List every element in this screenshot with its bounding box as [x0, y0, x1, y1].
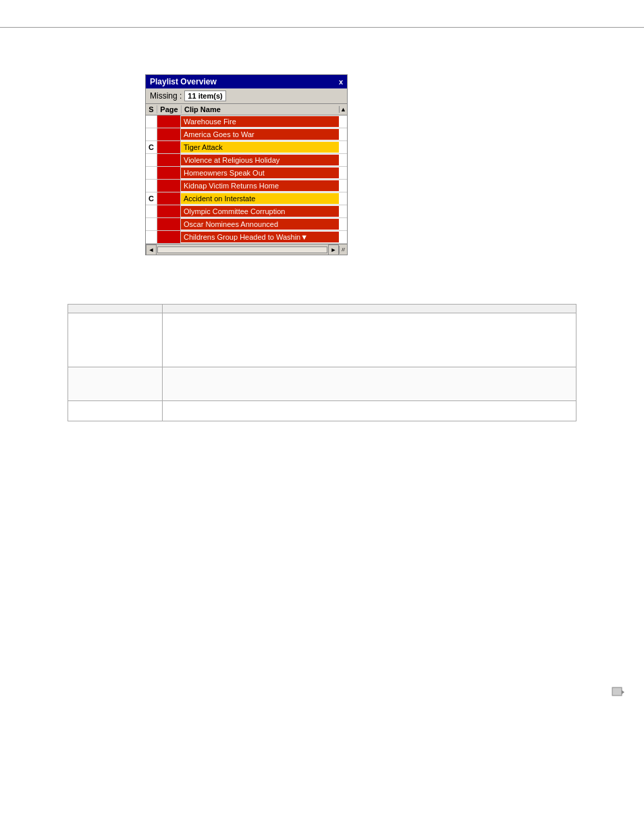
- table-cell: [163, 401, 576, 421]
- list-item[interactable]: Warehouse Fire: [146, 115, 347, 128]
- missing-badge: 11 item(s): [184, 90, 225, 101]
- info-table: [68, 304, 576, 421]
- list-item[interactable]: Childrens Group Headed to Washin▼: [146, 231, 347, 244]
- table-cell: [163, 313, 576, 367]
- item-page-6: [157, 192, 181, 205]
- playlist-header-row: S Page Clip Name ▲: [146, 103, 347, 115]
- item-s-2: C: [146, 143, 157, 151]
- playlist-title: Playlist Overview: [150, 77, 217, 86]
- table-col2-header: [163, 305, 576, 313]
- table-col1-header: [68, 305, 163, 313]
- list-item[interactable]: Olympic Committee Corruption: [146, 205, 347, 218]
- header-s: S: [146, 105, 157, 113]
- list-item[interactable]: Violence at Religious Holiday: [146, 154, 347, 167]
- list-item[interactable]: Oscar Nominees Announced: [146, 218, 347, 231]
- list-item[interactable]: C Tiger Attack: [146, 141, 347, 154]
- header-page: Page: [157, 105, 181, 113]
- list-item[interactable]: Homeowners Speak Out: [146, 167, 347, 180]
- list-item[interactable]: America Goes to War: [146, 128, 347, 141]
- close-icon[interactable]: x: [339, 78, 343, 86]
- item-name-0: Warehouse Fire: [181, 116, 339, 127]
- top-rule: [0, 27, 644, 28]
- playlist-titlebar: Playlist Overview x: [146, 75, 347, 88]
- item-name-6: Accident on Interstate: [181, 193, 339, 204]
- item-name-8: Oscar Nominees Announced: [181, 219, 339, 230]
- list-item[interactable]: Kidnap Victim Returns Home: [146, 180, 347, 192]
- playlist-bottom-bar: ◄ ► //: [146, 244, 347, 255]
- item-name-5: Kidnap Victim Returns Home: [181, 180, 339, 191]
- scroll-right-button[interactable]: ►: [328, 244, 339, 255]
- item-page-8: [157, 218, 181, 230]
- table-row: [68, 313, 576, 367]
- svg-rect-0: [612, 687, 622, 696]
- item-page-9: [157, 231, 181, 243]
- playlist-widget: Playlist Overview x Missing : 11 item(s)…: [145, 74, 348, 255]
- item-name-3: Violence at Religious Holiday: [181, 155, 339, 165]
- scroll-up-button[interactable]: ▲: [339, 106, 347, 113]
- item-page-0: [157, 115, 181, 128]
- item-page-1: [157, 128, 181, 140]
- item-name-4: Homeowners Speak Out: [181, 167, 339, 178]
- svg-marker-1: [622, 690, 624, 694]
- item-name-2: Tiger Attack: [181, 142, 339, 153]
- table-cell: [68, 401, 163, 421]
- item-page-2: [157, 141, 181, 153]
- item-page-5: [157, 180, 181, 192]
- horizontal-scrollbar[interactable]: [157, 246, 327, 253]
- playlist-missing-row: Missing : 11 item(s): [146, 88, 347, 103]
- table-header-row: [68, 305, 576, 313]
- list-item[interactable]: C Accident on Interstate: [146, 192, 347, 205]
- item-name-1: America Goes to War: [181, 129, 339, 140]
- table-row: [68, 401, 576, 421]
- table-cell: [68, 313, 163, 367]
- item-page-3: [157, 154, 181, 166]
- bottom-right-icon: [612, 685, 625, 699]
- scroll-left-button[interactable]: ◄: [146, 244, 157, 255]
- table-row: [68, 367, 576, 401]
- item-page-7: [157, 205, 181, 217]
- header-clip-name: Clip Name: [181, 105, 339, 113]
- missing-label: Missing :: [150, 91, 182, 101]
- item-s-6: C: [146, 194, 157, 203]
- item-name-9: Childrens Group Headed to Washin▼: [181, 232, 339, 242]
- table-cell: [163, 367, 576, 401]
- item-page-4: [157, 167, 181, 179]
- table-cell: [68, 367, 163, 401]
- playlist-items: Warehouse Fire America Goes to War C Tig…: [146, 115, 347, 244]
- item-name-7: Olympic Committee Corruption: [181, 206, 339, 217]
- resize-handle[interactable]: //: [339, 246, 347, 254]
